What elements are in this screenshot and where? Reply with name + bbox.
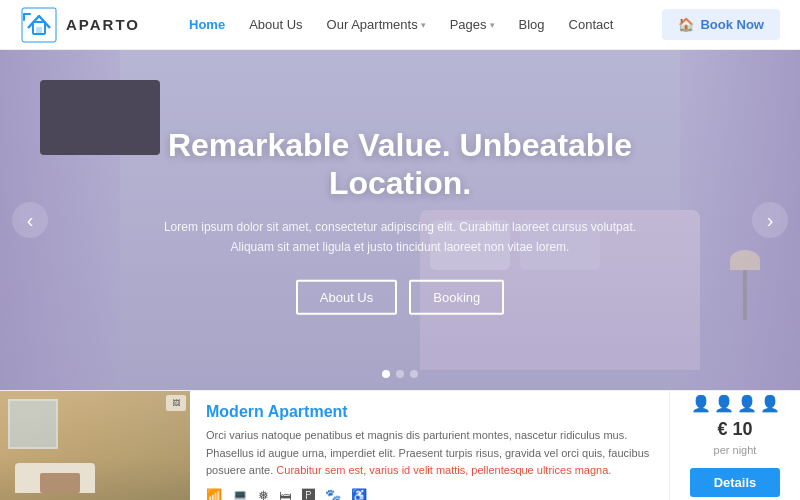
property-description: Orci varius natoque penatibus et magnis … [206, 427, 653, 480]
ac-icon: ❅ [258, 488, 269, 500]
apartments-chevron-icon: ▾ [421, 20, 426, 30]
price-per-night: per night [714, 444, 757, 456]
property-price-panel: 👤 👤 👤 👤 € 10 per night Details [670, 391, 800, 500]
book-now-button[interactable]: 🏠 Book Now [662, 9, 780, 40]
home-icon: 🏠 [678, 17, 694, 32]
property-section: 🖼 Modern Apartment Orci varius natoque p… [0, 390, 800, 500]
nav-pages[interactable]: Pages ▾ [450, 17, 495, 32]
nav-contact[interactable]: Contact [569, 17, 614, 32]
dot-3[interactable] [410, 370, 418, 378]
amenities-list: 📶 💻 ❅ 🛏 🅿 🐾 ♿ [206, 488, 653, 500]
parking-icon: 🅿 [302, 488, 315, 500]
image-gallery-icon[interactable]: 🖼 [166, 395, 186, 411]
property-image: 🖼 [0, 391, 190, 500]
svg-rect-3 [36, 27, 42, 34]
logo-icon [20, 6, 58, 44]
description-highlight: Curabitur sem est, varius id velit matti… [276, 464, 611, 476]
nav-home[interactable]: Home [189, 17, 225, 32]
hero-booking-button[interactable]: Booking [409, 279, 504, 314]
nav-blog[interactable]: Blog [519, 17, 545, 32]
tv-icon: 💻 [232, 488, 248, 500]
header: APARTO Home About Us Our Apartments ▾ Pa… [0, 0, 800, 50]
hero-dots [382, 370, 418, 378]
dot-2[interactable] [396, 370, 404, 378]
pages-chevron-icon: ▾ [490, 20, 495, 30]
hero-prev-button[interactable]: ‹ [12, 202, 48, 238]
details-button[interactable]: Details [690, 468, 780, 497]
occupancy-icons: 👤 👤 👤 👤 [691, 394, 780, 413]
hero-next-button[interactable]: › [752, 202, 788, 238]
person-icon-3: 👤 [737, 394, 757, 413]
person-icon-4: 👤 [760, 394, 780, 413]
property-info: Modern Apartment Orci varius natoque pen… [190, 391, 670, 500]
table-decoration [40, 473, 80, 493]
logo-text: APARTO [66, 16, 140, 33]
hero-buttons: About Us Booking [150, 279, 650, 314]
pet-icon: 🐾 [325, 488, 341, 500]
wifi-icon: 📶 [206, 488, 222, 500]
nav-apartments[interactable]: Our Apartments ▾ [327, 17, 426, 32]
hero-title: Remarkable Value. Unbeatable Location. [150, 126, 650, 203]
person-icon-1: 👤 [691, 394, 711, 413]
hero-content: Remarkable Value. Unbeatable Location. L… [150, 126, 650, 315]
bed-icon: 🛏 [279, 488, 292, 500]
price-amount: € 10 [717, 419, 752, 440]
window-decoration [8, 399, 58, 449]
hero-about-button[interactable]: About Us [296, 279, 397, 314]
hero-subtitle: Lorem ipsum dolor sit amet, consectetur … [150, 217, 650, 258]
hero-section: ‹ › Remarkable Value. Unbeatable Locatio… [0, 50, 800, 390]
person-icon-2: 👤 [714, 394, 734, 413]
nav-about[interactable]: About Us [249, 17, 302, 32]
logo[interactable]: APARTO [20, 6, 140, 44]
main-nav: Home About Us Our Apartments ▾ Pages ▾ B… [189, 17, 613, 32]
dot-1[interactable] [382, 370, 390, 378]
accessible-icon: ♿ [351, 488, 367, 500]
property-name: Modern Apartment [206, 403, 653, 421]
